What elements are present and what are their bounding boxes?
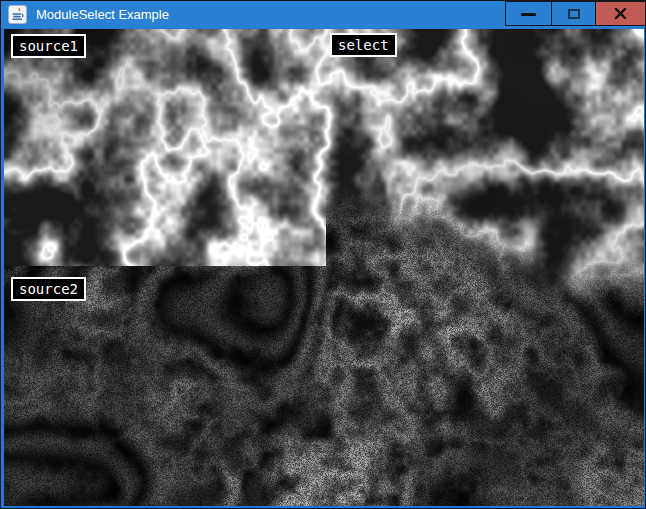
window-title: ModuleSelect Example — [36, 7, 169, 23]
app-window: ModuleSelect Example source1 select sour… — [0, 0, 646, 509]
close-button[interactable] — [595, 1, 646, 26]
maximize-square-icon — [568, 9, 580, 19]
minimize-dash-icon — [521, 13, 536, 16]
source1-label: source1 — [11, 34, 86, 58]
titlebar[interactable]: ModuleSelect Example — [1, 1, 645, 28]
java-coffee-cup-icon — [8, 5, 27, 24]
maximize-button[interactable] — [551, 1, 596, 26]
noise-render-canvas — [4, 29, 644, 506]
source2-label: source2 — [11, 277, 86, 301]
minimize-button[interactable] — [505, 1, 552, 26]
select-label: select — [330, 33, 397, 57]
close-x-icon — [614, 7, 627, 20]
